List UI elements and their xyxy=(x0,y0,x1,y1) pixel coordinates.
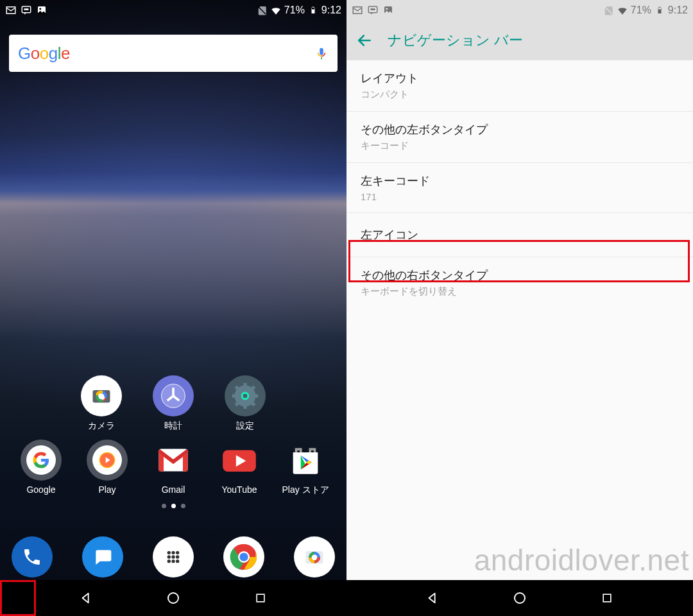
svg-point-46 xyxy=(239,552,248,561)
gmail-notif-icon xyxy=(352,4,363,16)
svg-point-42 xyxy=(171,560,175,563)
svg-point-40 xyxy=(176,555,179,558)
back-arrow-icon[interactable] xyxy=(355,31,373,49)
item-subtitle: キーボードを切り替え xyxy=(361,286,679,298)
setting-item-left-button-type[interactable]: その他の左ボタンタイプ キーコード xyxy=(346,112,693,163)
setting-item-left-keycode[interactable]: 左キーコード 171 xyxy=(346,163,693,213)
nav-back[interactable] xyxy=(78,590,94,606)
apps-grid: カメラ 時計 設定 xyxy=(0,368,346,508)
svg-point-22 xyxy=(243,394,248,398)
photos-notif-icon xyxy=(36,4,47,16)
svg-point-38 xyxy=(167,555,171,558)
svg-point-66 xyxy=(515,593,525,603)
navigation-bar xyxy=(0,580,346,616)
page-indicator xyxy=(8,504,339,508)
mic-icon[interactable] xyxy=(314,46,329,60)
app-label: YouTube xyxy=(221,484,257,495)
app-label: カメラ xyxy=(88,420,115,432)
svg-point-60 xyxy=(386,8,388,10)
nav-home[interactable] xyxy=(511,590,528,606)
app-label: Play xyxy=(98,484,116,495)
item-title: 左アイコン xyxy=(361,227,679,243)
wifi-icon xyxy=(270,4,282,16)
svg-rect-67 xyxy=(603,594,611,602)
page-title: ナビゲーション バー xyxy=(388,31,523,50)
item-subtitle: キーコード xyxy=(361,140,679,152)
svg-line-30 xyxy=(251,386,255,390)
no-sim-icon xyxy=(256,4,268,16)
nav-recent[interactable] xyxy=(599,590,615,606)
sms-notif-icon xyxy=(21,4,32,16)
google-search-bar[interactable]: Google xyxy=(9,35,338,72)
app-play-store[interactable]: Play ストア xyxy=(276,440,335,496)
google-logo: Google xyxy=(18,44,70,64)
app-youtube[interactable]: YouTube xyxy=(210,440,269,496)
app-label: Gmail xyxy=(162,484,185,495)
item-title: 左キーコード xyxy=(361,173,679,189)
no-sim-icon xyxy=(603,4,614,16)
clock-text: 9:12 xyxy=(321,4,341,16)
svg-point-43 xyxy=(176,560,179,563)
app-bar: ナビゲーション バー xyxy=(346,21,693,60)
svg-line-27 xyxy=(235,386,239,390)
svg-point-52 xyxy=(168,593,178,603)
app-folder-play[interactable]: Play xyxy=(78,440,137,496)
battery-icon xyxy=(307,4,319,16)
item-subtitle: 171 xyxy=(361,191,679,202)
app-settings[interactable]: 設定 xyxy=(216,375,275,432)
svg-point-36 xyxy=(171,551,175,554)
svg-line-28 xyxy=(251,402,255,406)
battery-icon xyxy=(654,4,665,16)
svg-point-57 xyxy=(372,9,373,10)
nav-recent[interactable] xyxy=(252,590,269,606)
item-title: その他の右ボタンタイプ xyxy=(361,268,679,283)
svg-rect-10 xyxy=(312,8,314,10)
app-clock[interactable]: 時計 xyxy=(144,375,203,432)
nav-back[interactable] xyxy=(424,590,441,606)
svg-point-3 xyxy=(26,9,27,10)
svg-point-41 xyxy=(167,560,171,563)
app-label: 時計 xyxy=(164,420,182,432)
setting-item-right-button-type[interactable]: その他の右ボタンタイプ キーボードを切り替え xyxy=(346,257,693,308)
settings-list: レイアウト コンパクト その他の左ボタンタイプ キーコード 左キーコード 171… xyxy=(346,60,693,308)
svg-line-29 xyxy=(235,402,239,406)
app-gmail[interactable]: Gmail xyxy=(144,440,203,496)
battery-pct: 71% xyxy=(631,4,651,16)
nav-home[interactable] xyxy=(165,590,182,606)
dock-chrome[interactable] xyxy=(223,536,264,578)
dock xyxy=(0,536,346,578)
dock-phone[interactable] xyxy=(12,536,53,578)
svg-point-37 xyxy=(176,551,179,554)
item-title: その他の左ボタンタイプ xyxy=(361,122,679,137)
item-title: レイアウト xyxy=(361,71,679,86)
svg-point-19 xyxy=(172,395,175,397)
dock-app-drawer[interactable] xyxy=(153,536,194,578)
svg-point-56 xyxy=(371,9,372,10)
svg-rect-53 xyxy=(257,594,264,602)
battery-pct: 71% xyxy=(284,4,305,16)
svg-point-2 xyxy=(24,9,26,10)
svg-rect-63 xyxy=(659,7,660,8)
app-label: Google xyxy=(26,484,55,495)
setting-item-layout[interactable]: レイアウト コンパクト xyxy=(346,60,693,112)
clock-text: 9:12 xyxy=(668,4,688,16)
app-label: Play ストア xyxy=(282,484,329,496)
photos-notif-icon xyxy=(382,4,394,16)
app-camera[interactable]: カメラ xyxy=(72,375,131,432)
wifi-icon xyxy=(617,4,628,16)
svg-rect-9 xyxy=(312,7,314,8)
svg-point-39 xyxy=(171,555,175,558)
watermark: androidlover.net xyxy=(474,543,689,578)
dock-messages[interactable] xyxy=(82,536,123,578)
setting-item-left-icon[interactable]: 左アイコン xyxy=(346,213,693,257)
svg-point-58 xyxy=(374,9,375,10)
navigation-bar xyxy=(346,580,693,616)
status-bar: 71% 9:12 xyxy=(346,0,693,21)
gmail-notif-icon xyxy=(5,4,17,16)
app-folder-google[interactable]: Google xyxy=(12,440,71,496)
dock-camera[interactable] xyxy=(294,536,335,578)
svg-rect-64 xyxy=(658,8,661,10)
sms-notif-icon xyxy=(367,4,379,16)
svg-point-6 xyxy=(39,8,41,10)
svg-point-35 xyxy=(167,551,171,554)
